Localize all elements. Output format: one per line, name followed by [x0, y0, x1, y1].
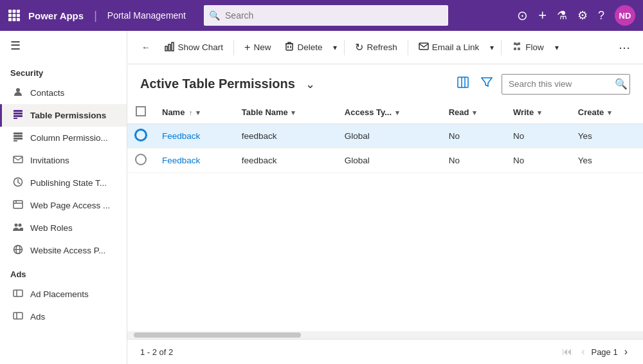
create-col-chevron: ▾	[608, 109, 611, 116]
ad-placements-label: Ad Placements	[30, 289, 89, 299]
new-button[interactable]: + New	[238, 38, 277, 57]
svg-rect-13	[14, 118, 17, 119]
back-button[interactable]: ←	[135, 39, 157, 56]
search-view-button[interactable]: 🔍	[615, 78, 628, 90]
avatar[interactable]: ND	[615, 5, 635, 26]
email-link-label: Email a Link	[432, 42, 480, 52]
ads-icon	[12, 311, 24, 323]
email-chevron[interactable]: ▾	[487, 39, 497, 56]
sidebar-item-web-roles[interactable]: Web Roles	[0, 217, 127, 239]
write-cell: No	[505, 124, 570, 149]
app-name: Portal Management	[107, 10, 186, 21]
goal-icon[interactable]: ⊙	[517, 8, 528, 23]
main-layout: ☰ Security Contacts Table Permissions Co…	[0, 31, 643, 364]
read-col-chevron: ▾	[473, 109, 476, 116]
flow-chevron[interactable]: ▾	[552, 39, 562, 56]
name-link[interactable]: Feedback	[162, 156, 200, 165]
website-access-label: Website Access P...	[30, 246, 105, 255]
svg-rect-28	[14, 290, 23, 296]
name-cell[interactable]: Feedback	[154, 149, 234, 173]
name-link[interactable]: Feedback	[162, 131, 200, 141]
sidebar-hamburger[interactable]: ☰	[0, 31, 127, 60]
svg-rect-39	[458, 77, 468, 87]
svg-rect-16	[14, 138, 23, 140]
svg-point-23	[15, 224, 18, 227]
sidebar-item-publishing-state[interactable]: Publishing State T...	[0, 172, 127, 194]
edit-columns-button[interactable]	[454, 73, 472, 95]
help-icon[interactable]: ?	[598, 9, 604, 23]
tablename-cell: feedback	[234, 149, 337, 173]
show-chart-icon	[165, 41, 175, 53]
tablename-cell: feedback	[234, 124, 337, 149]
sidebar-item-ads[interactable]: Ads	[0, 305, 127, 328]
new-icon: +	[244, 42, 250, 53]
svg-rect-2	[17, 10, 20, 13]
filter-button[interactable]	[478, 75, 495, 93]
svg-rect-7	[13, 18, 16, 21]
svg-rect-5	[17, 14, 20, 17]
table-footer: 1 - 2 of 2 ⏮ ‹ Page 1 ›	[127, 339, 643, 364]
top-nav-actions: ⊙ + ⚗ ⚙ ? ND	[517, 5, 635, 26]
plus-icon[interactable]: +	[538, 7, 547, 24]
delete-button[interactable]: Delete	[278, 37, 329, 57]
sidebar-item-column-permissions[interactable]: Column Permissio...	[0, 127, 127, 149]
radio-circle[interactable]	[135, 129, 147, 141]
tablename-col-chevron: ▾	[291, 109, 295, 116]
top-navigation: Power Apps | Portal Management 🔍 ⊙ + ⚗ ⚙…	[0, 0, 643, 31]
new-label: New	[253, 42, 271, 52]
sidebar-item-web-page-access[interactable]: Web Page Access ...	[0, 194, 127, 217]
refresh-label: Refresh	[367, 42, 397, 52]
filter-icon[interactable]: ⚗	[557, 8, 567, 23]
name-cell[interactable]: Feedback	[154, 124, 234, 149]
web-roles-icon	[12, 222, 24, 234]
create-column-header[interactable]: Create ▾	[570, 101, 643, 124]
settings-icon[interactable]: ⚙	[577, 8, 588, 23]
row-select-cell[interactable]	[127, 149, 154, 173]
svg-rect-38	[419, 43, 428, 50]
read-column-header[interactable]: Read ▾	[441, 101, 505, 124]
first-page-button[interactable]: ⏮	[559, 345, 575, 359]
page-label: Page 1	[591, 347, 617, 357]
sidebar-item-table-permissions[interactable]: Table Permissions	[0, 104, 127, 127]
email-link-button[interactable]: Email a Link	[412, 39, 486, 56]
waffle-icon[interactable]	[8, 9, 21, 22]
brand-name: Power Apps	[28, 10, 84, 21]
search-view-input[interactable]	[502, 74, 630, 95]
delete-icon	[285, 41, 294, 53]
svg-rect-33	[168, 44, 170, 51]
column-permissions-label: Column Permissio...	[30, 133, 108, 143]
sidebar-item-ad-placements[interactable]: Ad Placements	[0, 283, 127, 305]
refresh-button[interactable]: ↻ Refresh	[349, 37, 403, 57]
hscroll-thumb[interactable]	[134, 332, 301, 338]
search-view-wrap: 🔍	[502, 74, 630, 95]
flow-button[interactable]: Flow	[505, 37, 550, 57]
svg-rect-6	[8, 18, 12, 21]
svg-point-24	[19, 224, 22, 227]
sidebar-item-invitations[interactable]: Invitations	[0, 149, 127, 172]
sidebar-item-contacts[interactable]: Contacts	[0, 82, 127, 104]
view-dropdown-button[interactable]: ⌄	[303, 76, 318, 93]
website-access-icon	[12, 244, 24, 257]
accesstype-column-header[interactable]: Access Ty... ▾	[337, 101, 441, 124]
row-select-cell[interactable]	[127, 124, 154, 149]
show-chart-button[interactable]: Show Chart	[158, 37, 230, 57]
web-roles-label: Web Roles	[30, 223, 73, 233]
delete-chevron[interactable]: ▾	[330, 39, 340, 56]
separator-1	[233, 40, 234, 55]
select-all-header[interactable]	[127, 101, 154, 124]
section-title-security: Security	[0, 60, 127, 82]
more-button[interactable]: ⋯	[613, 38, 635, 57]
data-table: Name ↑ ▾ Table Name ▾ Access Ty... ▾	[127, 101, 643, 173]
horizontal-scrollbar[interactable]	[127, 331, 643, 339]
svg-point-9	[16, 88, 20, 92]
web-page-access-label: Web Page Access ...	[30, 201, 110, 210]
content-area: ← Show Chart + New Delete ▾	[127, 31, 643, 364]
name-column-header[interactable]: Name ↑ ▾	[154, 101, 234, 124]
next-page-button[interactable]: ›	[622, 345, 630, 359]
radio-circle[interactable]	[135, 154, 147, 165]
write-column-header[interactable]: Write ▾	[505, 101, 570, 124]
search-input[interactable]	[204, 5, 448, 26]
sidebar-item-website-access[interactable]: Website Access P...	[0, 239, 127, 262]
tablename-column-header[interactable]: Table Name ▾	[234, 101, 337, 124]
prev-page-button[interactable]: ‹	[579, 345, 587, 359]
